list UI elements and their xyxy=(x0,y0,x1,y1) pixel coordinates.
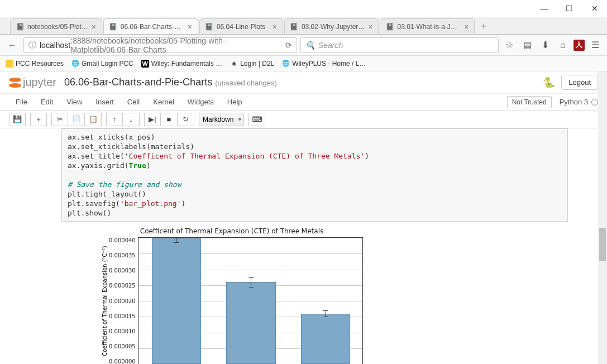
browser-tab[interactable]: 📓 06.06-Bar-Charts-a… × xyxy=(103,18,198,34)
scroll-thumb[interactable] xyxy=(599,228,606,261)
jupyter-logo-icon xyxy=(9,76,21,89)
y-axis: 0.0000400.0000350.0000300.0000250.000020… xyxy=(109,237,138,364)
chart-output: Coefficent of Thermal Expansion (CTE) of… xyxy=(101,227,363,364)
tab-close-icon[interactable]: × xyxy=(273,22,277,31)
globe-icon: 🌐 xyxy=(71,60,79,68)
code-cell[interactable]: ax.set_xticks(x_pos)ax.set_xticklabels(m… xyxy=(61,128,568,222)
pdf-extension-icon[interactable]: 人 xyxy=(573,40,585,51)
address-bar[interactable]: ⓘ localhost:8888/notebooks/notebooks/05-… xyxy=(23,37,297,53)
site-info-icon[interactable]: ⓘ xyxy=(28,40,36,50)
jupyter-toolbar: 💾 + ✂ 📄 📋 ↑ ↓ ▶| ■ ↻ Markdown ⌨ xyxy=(0,111,607,128)
interrupt-button[interactable]: ■ xyxy=(161,113,178,126)
home-icon[interactable]: ⌂ xyxy=(556,38,570,52)
save-button[interactable]: 💾 xyxy=(9,113,26,126)
bookmark-item[interactable]: 🌐WileyPLUS - Home / L… xyxy=(282,60,366,68)
y-axis-label: Coefficient of Thermal Expansion (°C⁻¹) xyxy=(101,237,109,364)
move-down-button[interactable]: ↓ xyxy=(123,113,140,126)
search-placeholder: Search xyxy=(318,41,343,50)
search-icon: 🔍 xyxy=(305,41,315,50)
menu-insert[interactable]: Insert xyxy=(89,98,121,106)
window-minimize-button[interactable]: — xyxy=(532,0,557,17)
python-icon: 🐍 xyxy=(542,76,556,89)
downloads-icon[interactable]: ⬇ xyxy=(538,38,552,52)
tab-label: 06.04-Line-Plots xyxy=(217,23,269,31)
trust-button[interactable]: Not Trusted xyxy=(507,96,552,108)
new-tab-button[interactable]: + xyxy=(476,18,491,34)
cut-button[interactable]: ✂ xyxy=(51,113,68,126)
tab-label: 03.01-What-is-a-Ju… xyxy=(397,23,461,31)
celltype-dropdown[interactable]: Markdown xyxy=(199,113,244,126)
tab-close-icon[interactable]: × xyxy=(92,22,96,31)
notebook-title[interactable]: 06.06-Bar-Charts-and-Pie-Charts (unsaved… xyxy=(64,76,277,88)
bar xyxy=(226,282,275,364)
restart-button[interactable]: ↻ xyxy=(178,113,194,126)
browser-tab[interactable]: 📓 03.02-Why-Jupyter… × xyxy=(284,18,379,34)
bookmark-item[interactable]: WWiley: Fundamentals … xyxy=(141,60,222,68)
jupyter-favicon-icon: 📓 xyxy=(386,23,394,31)
search-input[interactable]: 🔍 Search xyxy=(300,37,499,53)
bookmark-label: WileyPLUS - Home / L… xyxy=(292,60,366,68)
menu-edit[interactable]: Edit xyxy=(34,98,60,106)
menu-view[interactable]: View xyxy=(60,98,89,106)
browser-toolbar: ← ⓘ localhost:8888/notebooks/notebooks/0… xyxy=(0,35,607,56)
menu-icon[interactable]: ☰ xyxy=(588,38,603,52)
jupyter-logo-text: jupyter xyxy=(23,76,56,89)
window-maximize-button[interactable]: ☐ xyxy=(557,0,582,17)
menu-kernel[interactable]: Kernel xyxy=(146,98,181,106)
tab-label: 06.06-Bar-Charts-a… xyxy=(121,23,184,31)
save-status: (unsaved changes) xyxy=(215,79,277,87)
back-button[interactable]: ← xyxy=(4,37,20,53)
browser-tab[interactable]: 📓 notebooks/05-Plot… × xyxy=(10,18,102,34)
run-button[interactable]: ▶| xyxy=(144,113,161,126)
bookmark-icon: W xyxy=(141,60,149,68)
move-up-button[interactable]: ↑ xyxy=(106,113,123,126)
jupyter-favicon-icon: 📓 xyxy=(109,23,117,31)
menu-cell[interactable]: Cell xyxy=(121,98,146,106)
browser-tab[interactable]: 📓 06.04-Line-Plots × xyxy=(199,18,283,34)
bar xyxy=(152,238,201,364)
command-palette-button[interactable]: ⌨ xyxy=(248,113,265,126)
kernel-name: Python 3 xyxy=(560,98,588,106)
bookmark-item[interactable]: PCC Resources xyxy=(6,60,64,68)
jupyter-favicon-icon: 📓 xyxy=(205,23,213,31)
jupyter-menubar: File Edit View Insert Cell Kernel Widget… xyxy=(0,94,607,111)
globe-icon: 🌐 xyxy=(282,60,290,68)
bookmark-icon: ◈ xyxy=(230,60,238,68)
jupyter-logo[interactable]: jupyter xyxy=(9,76,56,89)
vertical-scrollbar[interactable] xyxy=(598,71,607,364)
bookmark-icon xyxy=(6,60,13,68)
tab-label: notebooks/05-Plot… xyxy=(27,23,88,31)
bookmark-label: Login | D2L xyxy=(240,60,274,68)
bookmark-label: Gmail Login PCC xyxy=(82,60,133,68)
plot-area xyxy=(138,237,363,364)
logout-button[interactable]: Logout xyxy=(561,75,598,90)
insert-cell-button[interactable]: + xyxy=(30,113,47,126)
menu-widgets[interactable]: Widgets xyxy=(181,98,221,106)
menu-file[interactable]: File xyxy=(9,98,34,106)
paste-button[interactable]: 📋 xyxy=(85,113,102,126)
bar xyxy=(301,314,350,364)
page-content: jupyter 06.06-Bar-Charts-and-Pie-Charts … xyxy=(0,71,607,364)
window-close-button[interactable]: ✕ xyxy=(582,0,607,17)
jupyter-favicon-icon: 📓 xyxy=(16,23,24,31)
reload-button[interactable]: ⟳ xyxy=(282,41,292,50)
bookmark-item[interactable]: ◈Login | D2L xyxy=(230,60,274,68)
kernel-indicator[interactable]: Python 3 xyxy=(560,98,598,106)
menu-help[interactable]: Help xyxy=(221,98,249,106)
library-icon[interactable]: ▤ xyxy=(520,38,534,52)
bookmark-star-icon[interactable]: ☆ xyxy=(502,38,517,52)
tab-close-icon[interactable]: × xyxy=(464,22,469,31)
copy-button[interactable]: 📄 xyxy=(68,113,85,126)
browser-tab[interactable]: 📓 03.01-What-is-a-Ju… × xyxy=(380,18,475,34)
bookmark-label: Wiley: Fundamentals … xyxy=(151,60,222,68)
tab-close-icon[interactable]: × xyxy=(368,22,372,31)
jupyter-favicon-icon: 📓 xyxy=(290,23,298,31)
tab-close-icon[interactable]: × xyxy=(188,22,192,31)
notebook-name: 06.06-Bar-Charts-and-Pie-Charts xyxy=(64,76,212,88)
window-titlebar: — ☐ ✕ xyxy=(0,0,607,17)
bookmark-label: PCC Resources xyxy=(16,60,64,68)
bookmarks-bar: PCC Resources 🌐Gmail Login PCC WWiley: F… xyxy=(0,56,607,71)
url-host: localhost xyxy=(40,41,70,50)
bookmark-item[interactable]: 🌐Gmail Login PCC xyxy=(71,60,133,68)
chart-title: Coefficent of Thermal Expansion (CTE) of… xyxy=(101,227,363,235)
